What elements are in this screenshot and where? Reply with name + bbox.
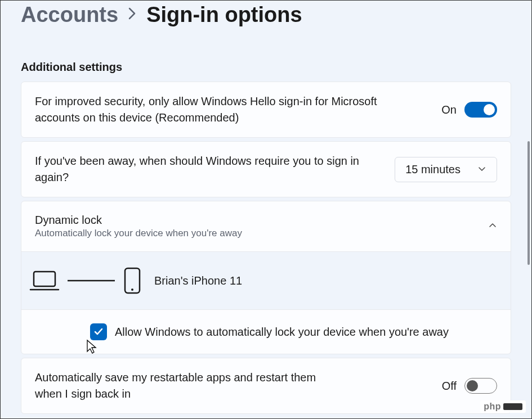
- watermark: php: [480, 400, 526, 413]
- paired-device-name: Brian's iPhone 11: [154, 274, 242, 287]
- restartable-apps-toggle[interactable]: [464, 378, 497, 394]
- dynamic-lock-device-row: Brian's iPhone 11: [21, 251, 511, 310]
- svg-point-4: [131, 289, 133, 291]
- chevron-up-icon: [488, 221, 497, 232]
- restartable-apps-card: Automatically save my restartable apps a…: [21, 358, 511, 414]
- require-signin-value: 15 minutes: [405, 163, 461, 176]
- breadcrumb-current: Sign-in options: [146, 3, 302, 27]
- breadcrumb: Accounts Sign-in options: [21, 1, 511, 27]
- windows-hello-toggle-label: On: [441, 103, 457, 116]
- dynamic-lock-title: Dynamic lock: [35, 214, 242, 227]
- restartable-apps-text: Automatically save my restartable apps a…: [35, 370, 339, 402]
- windows-hello-signin-card: For improved security, only allow Window…: [21, 82, 511, 138]
- require-signin-card: If you've been away, when should Windows…: [21, 141, 511, 197]
- svg-rect-0: [34, 272, 55, 286]
- dynamic-lock-checkbox[interactable]: [90, 323, 107, 340]
- require-signin-text: If you've been away, when should Windows…: [35, 153, 381, 186]
- chevron-down-icon: [477, 163, 486, 176]
- dynamic-lock-subtitle: Automatically lock your device when you'…: [35, 228, 242, 239]
- dynamic-lock-checkbox-label: Allow Windows to automatically lock your…: [115, 326, 449, 339]
- chevron-right-icon: [128, 6, 136, 24]
- require-signin-select[interactable]: 15 minutes: [395, 157, 497, 182]
- breadcrumb-parent[interactable]: Accounts: [21, 3, 118, 27]
- dynamic-lock-card: Dynamic lock Automatically lock your dev…: [21, 201, 511, 354]
- dynamic-lock-header[interactable]: Dynamic lock Automatically lock your dev…: [21, 201, 511, 251]
- windows-hello-signin-text: For improved security, only allow Window…: [35, 93, 384, 126]
- device-pairing-icon: [29, 267, 142, 295]
- check-icon: [93, 327, 104, 337]
- section-heading: Additional settings: [21, 61, 511, 74]
- scrollbar[interactable]: [522, 1, 531, 418]
- windows-hello-toggle[interactable]: [464, 102, 497, 118]
- restartable-apps-toggle-label: Off: [442, 380, 457, 393]
